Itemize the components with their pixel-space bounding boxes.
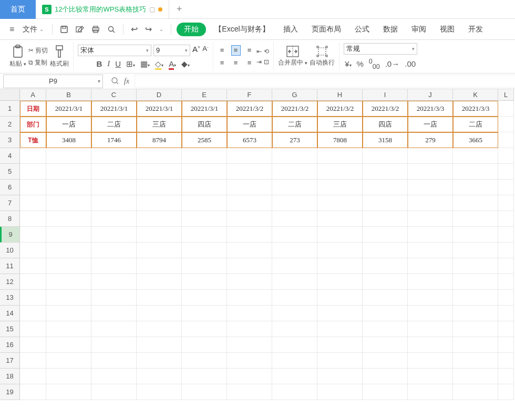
review-tab[interactable]: 审阅: [406, 25, 431, 34]
cell-J4[interactable]: [408, 148, 453, 164]
cell-F12[interactable]: [227, 274, 272, 290]
cell-I10[interactable]: [363, 243, 408, 258]
align-right-icon[interactable]: ≡: [245, 58, 254, 68]
cell-G2[interactable]: 二店: [272, 117, 317, 132]
cell-C11[interactable]: [91, 258, 137, 274]
row-header-6[interactable]: 6: [0, 180, 20, 195]
cell-I16[interactable]: [363, 337, 408, 353]
cell-K15[interactable]: [453, 321, 498, 337]
cell-L6[interactable]: [498, 180, 514, 195]
cell-E13[interactable]: [182, 290, 227, 306]
cell-E11[interactable]: [182, 258, 227, 274]
cell-H13[interactable]: [317, 290, 363, 306]
cell-F1[interactable]: 20221/3/2: [227, 101, 272, 117]
cell-I11[interactable]: [363, 258, 408, 274]
align-center-icon[interactable]: ≡: [231, 58, 241, 68]
cell-I8[interactable]: [363, 211, 408, 227]
view-tab[interactable]: 视图: [435, 25, 460, 34]
cell-J8[interactable]: [408, 211, 453, 227]
excel-finance-tab[interactable]: 【Excel与财务】: [209, 25, 274, 34]
cell-A5[interactable]: [20, 164, 46, 180]
align-left-icon[interactable]: ≡: [218, 58, 227, 68]
cell-K18[interactable]: [453, 369, 498, 384]
cell-A4[interactable]: [20, 148, 46, 164]
cell-G17[interactable]: [272, 353, 317, 369]
cell-B11[interactable]: [46, 258, 91, 274]
row-header-1[interactable]: 1: [0, 101, 20, 117]
cell-D13[interactable]: [137, 290, 182, 306]
cell-K19[interactable]: [453, 384, 498, 400]
dev-tab[interactable]: 开发: [463, 25, 488, 34]
cell-B10[interactable]: [46, 243, 91, 258]
cell-B18[interactable]: [46, 369, 91, 384]
row-header-16[interactable]: 16: [0, 337, 20, 353]
cell-F6[interactable]: [227, 180, 272, 195]
tab-document[interactable]: S 12个比较常用的WPS表格技巧 ▢: [36, 0, 169, 19]
cell-B17[interactable]: [46, 353, 91, 369]
cell-B8[interactable]: [46, 211, 91, 227]
cell-B3[interactable]: 3408: [46, 132, 91, 148]
wrap-icon[interactable]: ⊡: [264, 58, 269, 66]
cell-D14[interactable]: [137, 306, 182, 321]
cell-I17[interactable]: [363, 353, 408, 369]
cell-G8[interactable]: [272, 211, 317, 227]
cell-A17[interactable]: [20, 353, 46, 369]
cell-E12[interactable]: [182, 274, 227, 290]
cell-L8[interactable]: [498, 211, 514, 227]
cell-H15[interactable]: [317, 321, 363, 337]
column-header-K[interactable]: K: [453, 89, 498, 101]
align-top-left-icon[interactable]: ≡: [218, 45, 227, 56]
cell-G18[interactable]: [272, 369, 317, 384]
cell-J5[interactable]: [408, 164, 453, 180]
cell-G10[interactable]: [272, 243, 317, 258]
cell-F17[interactable]: [227, 353, 272, 369]
cell-L2[interactable]: [498, 117, 514, 132]
cell-L13[interactable]: [498, 290, 514, 306]
cell-C14[interactable]: [91, 306, 137, 321]
undo-icon[interactable]: ↩: [129, 24, 140, 34]
cell-L5[interactable]: [498, 164, 514, 180]
cell-J7[interactable]: [408, 195, 453, 211]
row-header-19[interactable]: 19: [0, 384, 20, 400]
cell-E14[interactable]: [182, 306, 227, 321]
row-header-2[interactable]: 2: [0, 117, 20, 132]
cell-C3[interactable]: 1746: [91, 132, 137, 148]
number-format-select[interactable]: 常规▾: [344, 43, 417, 55]
cell-J14[interactable]: [408, 306, 453, 321]
cell-D8[interactable]: [137, 211, 182, 227]
column-header-J[interactable]: J: [408, 89, 453, 101]
cell-C9[interactable]: [91, 227, 137, 243]
paste-button[interactable]: 粘贴▾: [9, 45, 26, 68]
cell-I7[interactable]: [363, 195, 408, 211]
cell-B19[interactable]: [46, 384, 91, 400]
cell-A19[interactable]: [20, 384, 46, 400]
cell-K4[interactable]: [453, 148, 498, 164]
cell-E10[interactable]: [182, 243, 227, 258]
cell-E9[interactable]: [182, 227, 227, 243]
cell-F9[interactable]: [227, 227, 272, 243]
copy-button[interactable]: ⧉复制: [28, 58, 47, 67]
cell-B16[interactable]: [46, 337, 91, 353]
redo-icon[interactable]: ↪: [143, 24, 154, 34]
cell-D1[interactable]: 20221/3/1: [137, 101, 182, 117]
cell-D15[interactable]: [137, 321, 182, 337]
cell-B6[interactable]: [46, 180, 91, 195]
cell-K17[interactable]: [453, 353, 498, 369]
cell-H14[interactable]: [317, 306, 363, 321]
cell-A8[interactable]: [20, 211, 46, 227]
name-box[interactable]: P9▾: [3, 75, 103, 88]
cell-B1[interactable]: 20221/3/1: [46, 101, 91, 117]
cell-L10[interactable]: [498, 243, 514, 258]
cell-J17[interactable]: [408, 353, 453, 369]
cell-J11[interactable]: [408, 258, 453, 274]
cancel-formula-icon[interactable]: [111, 77, 119, 86]
cell-I6[interactable]: [363, 180, 408, 195]
orientation-icon[interactable]: ⟲: [264, 48, 269, 55]
column-header-G[interactable]: G: [272, 89, 317, 101]
cell-I1[interactable]: 20221/3/2: [363, 101, 408, 117]
cell-F14[interactable]: [227, 306, 272, 321]
cell-E4[interactable]: [182, 148, 227, 164]
cell-K5[interactable]: [453, 164, 498, 180]
cell-F7[interactable]: [227, 195, 272, 211]
cell-B2[interactable]: 一店: [46, 117, 91, 132]
